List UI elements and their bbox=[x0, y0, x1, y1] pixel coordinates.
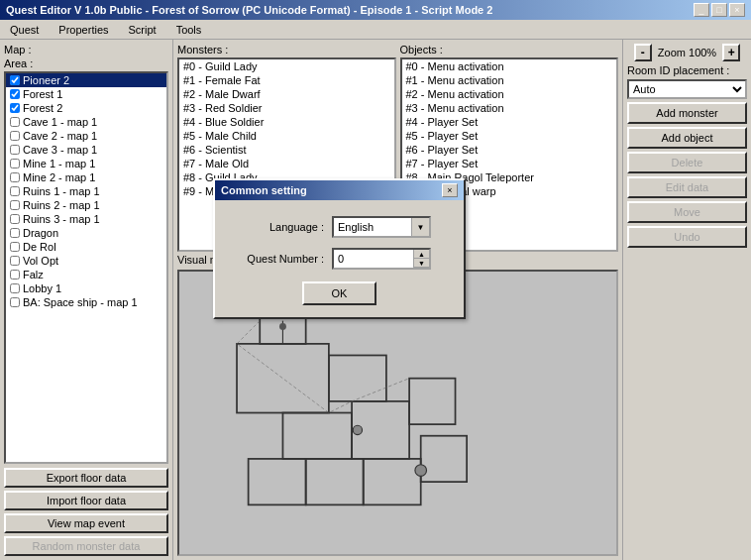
dialog-title-bar: Common setting × bbox=[215, 180, 464, 200]
dialog-body: Language : English ▼ Quest Number : 0 ▲ … bbox=[215, 200, 464, 281]
spin-down-button[interactable]: ▼ bbox=[413, 259, 429, 268]
dialog-close-button[interactable]: × bbox=[442, 183, 458, 197]
dialog-overlay: Common setting × Language : English ▼ Qu… bbox=[0, 0, 751, 560]
language-select[interactable]: English ▼ bbox=[332, 216, 431, 238]
dialog-title: Common setting bbox=[221, 184, 307, 196]
quest-number-input[interactable]: 0 ▲ ▼ bbox=[332, 248, 431, 270]
quest-number-spinner[interactable]: ▲ ▼ bbox=[413, 250, 429, 268]
common-setting-dialog: Common setting × Language : English ▼ Qu… bbox=[213, 178, 466, 319]
language-dropdown-arrow[interactable]: ▼ bbox=[411, 218, 429, 236]
quest-number-label: Quest Number : bbox=[235, 253, 324, 265]
quest-number-row: Quest Number : 0 ▲ ▼ bbox=[235, 248, 444, 270]
dialog-footer: OK bbox=[215, 281, 464, 317]
spin-up-button[interactable]: ▲ bbox=[413, 250, 429, 259]
language-value: English bbox=[334, 221, 411, 233]
language-row: Language : English ▼ bbox=[235, 216, 444, 238]
language-label: Language : bbox=[235, 221, 324, 233]
quest-number-value: 0 bbox=[334, 253, 413, 265]
ok-button[interactable]: OK bbox=[302, 281, 376, 305]
